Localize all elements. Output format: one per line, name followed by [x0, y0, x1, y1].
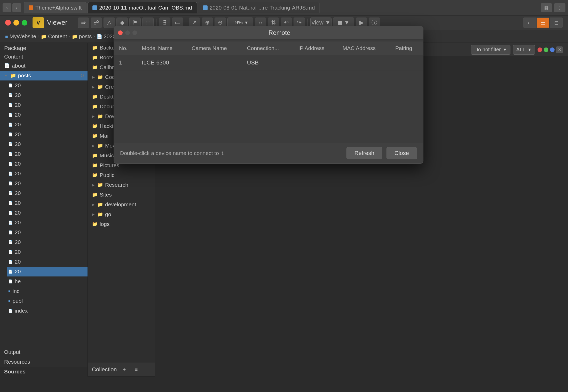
folder-sites[interactable]: 📁 Sites — [88, 190, 155, 200]
file-item-16[interactable]: 📄 20 — [7, 227, 88, 237]
file16-icon: 📄 — [8, 230, 13, 234]
creative-folder-icon: 📁 — [97, 84, 103, 90]
file-item-14[interactable]: 📄 20 — [7, 208, 88, 218]
toolbar-separator-2 — [186, 19, 186, 27]
more-icon[interactable]: ⋮ — [554, 3, 565, 12]
toolbar-btn-warn[interactable]: △ — [104, 18, 115, 28]
package-label: Package — [0, 43, 88, 53]
research-expand-icon: ▶ — [92, 183, 95, 187]
folder-development[interactable]: ▶ 📁 development — [88, 200, 155, 209]
col-no: No. — [114, 42, 137, 55]
file6-icon: 📄 — [8, 132, 13, 136]
file-item-18[interactable]: 📄 20 — [7, 247, 88, 257]
tab-md2[interactable]: 2020-08-01-Natural-...re-Tracking-ARJS.m… — [198, 2, 320, 13]
file-item-11[interactable]: 📄 20 — [7, 178, 88, 188]
pictures-folder-icon: 📁 — [92, 162, 98, 168]
toolbar-btn-search[interactable]: ☍ — [91, 18, 102, 28]
col-connection: Connection... — [242, 42, 293, 55]
file-item-13[interactable]: 📄 20 — [7, 198, 88, 208]
view-btn-list[interactable]: ☰ — [537, 18, 549, 28]
file-item-2[interactable]: 📄 20 — [7, 90, 88, 100]
downloads-folder-icon: 📁 — [97, 113, 103, 119]
bc-mywebsite[interactable]: ■ MyWebsite — [5, 33, 36, 39]
file-item-publ[interactable]: ■ publ — [7, 296, 88, 306]
file-item-17[interactable]: 📄 20 — [7, 237, 88, 247]
file-item-index[interactable]: 📄 index — [7, 306, 88, 316]
refresh-button[interactable]: Refresh — [346, 147, 382, 159]
about-file-icon: 📄 — [4, 63, 10, 69]
file-item-10[interactable]: 📄 20 — [7, 169, 88, 178]
filehe-icon: 📄 — [8, 279, 13, 283]
remote-dialog[interactable]: Remote No. Model Name Camera Name Connec… — [114, 26, 423, 164]
collection-sort-button[interactable]: ≡ — [132, 365, 141, 374]
go-folder-icon: 📁 — [97, 211, 103, 217]
folder-go[interactable]: ▶ 📁 go — [88, 209, 155, 219]
bc-posts[interactable]: 📁 posts — [72, 33, 92, 39]
creative-expand-icon: ▶ — [92, 85, 95, 89]
view-btn-grid[interactable]: ⇽ — [523, 18, 536, 28]
file-item-inc[interactable]: ■ inc — [7, 286, 88, 296]
dot-red[interactable] — [538, 47, 542, 52]
dialog-min-button[interactable] — [125, 30, 130, 35]
dialog-close-button[interactable] — [118, 30, 123, 35]
collection-add-button[interactable]: + — [120, 365, 129, 374]
table-row[interactable]: 1 ILCE-6300 - USB - - - — [114, 55, 423, 70]
file-item-9[interactable]: 📄 20 — [7, 159, 88, 169]
calibre-folder-icon: 📁 — [92, 64, 98, 70]
file-item-5[interactable]: 📄 20 — [7, 120, 88, 129]
collection-title: Collection — [92, 366, 117, 373]
sidebar-item-about[interactable]: 📄 about — [0, 61, 88, 71]
row-connection: USB — [242, 55, 293, 70]
file-item-19[interactable]: 📄 20 — [7, 257, 88, 267]
bc-content[interactable]: 📁 Content — [41, 33, 67, 39]
tab-swift[interactable]: Theme+Alpha.swift — [24, 2, 86, 13]
file-item-20-selected[interactable]: 📄 20 — [7, 267, 88, 276]
file20-icon: 📄 — [8, 270, 13, 274]
downloads-expand-icon: ▶ — [92, 114, 95, 118]
close-button[interactable] — [5, 20, 11, 26]
dialog-footer: Double-click a device name to connect to… — [114, 143, 423, 164]
dialog-max-button[interactable] — [132, 30, 137, 35]
file-item-15[interactable]: 📄 20 — [7, 218, 88, 227]
file-item-3[interactable]: 📄 20 — [7, 100, 88, 110]
folder-research[interactable]: ▶ 📁 Research — [88, 180, 155, 190]
file-item-12[interactable]: 📄 20 — [7, 188, 88, 198]
folder-logs[interactable]: 📁 logs — [88, 219, 155, 229]
file-item-6[interactable]: 📄 20 — [7, 129, 88, 139]
file15-icon: 📄 — [8, 221, 13, 225]
file-item-7[interactable]: 📄 20 — [7, 139, 88, 149]
viewer-title: Viewer — [47, 19, 67, 27]
tab-md1[interactable]: 2020-10-11-macO...tual-Cam-OBS.md — [88, 2, 197, 13]
col-pairing: Pairing — [390, 42, 423, 55]
file-item-4[interactable]: 📄 20 — [7, 110, 88, 120]
nav-forward[interactable]: › — [12, 3, 21, 12]
nav-back[interactable]: ‹ — [3, 3, 11, 12]
file-item-1[interactable]: 📄 20 — [7, 80, 88, 90]
row-ip: - — [293, 55, 337, 70]
file-item-8[interactable]: 📄 20 — [7, 149, 88, 159]
mail-folder-icon: 📁 — [92, 133, 98, 139]
col-model: Model Name — [137, 42, 186, 55]
dot-blue[interactable] — [550, 47, 555, 52]
file-item-he[interactable]: 📄 he — [7, 276, 88, 286]
file11-icon: 📄 — [8, 181, 13, 185]
maximize-button[interactable] — [22, 20, 27, 26]
filter-dropdown[interactable]: Do not filter ▼ — [471, 45, 510, 55]
folder-public[interactable]: 📁 Public — [88, 170, 155, 180]
view-btn-split[interactable]: ⊟ — [550, 18, 563, 28]
color-filter-clear[interactable]: ✕ — [556, 46, 563, 53]
file19-icon: 📄 — [8, 260, 13, 264]
tab-bar: ‹ › Theme+Alpha.swift 2020-10-11-macO...… — [0, 0, 568, 15]
layout-icon[interactable]: ▦ — [541, 3, 552, 12]
desktop-folder-icon: 📁 — [92, 94, 98, 100]
sources-label[interactable]: Sources — [0, 367, 88, 377]
dot-green[interactable] — [544, 47, 548, 52]
filter-all-dropdown[interactable]: ALL ▼ — [513, 45, 535, 55]
sidebar-item-posts[interactable]: ▼ 📁 posts ↻ — [0, 71, 88, 80]
dialog-close-btn[interactable]: Close — [386, 147, 417, 159]
collection-bar: Collection + ≡ — [88, 363, 155, 377]
posts-refresh-icon: ↻ — [80, 72, 84, 79]
toolbar-btn-r[interactable]: ⇛ — [78, 18, 89, 28]
fileinc-icon: ■ — [8, 289, 10, 293]
minimize-button[interactable] — [13, 20, 19, 26]
